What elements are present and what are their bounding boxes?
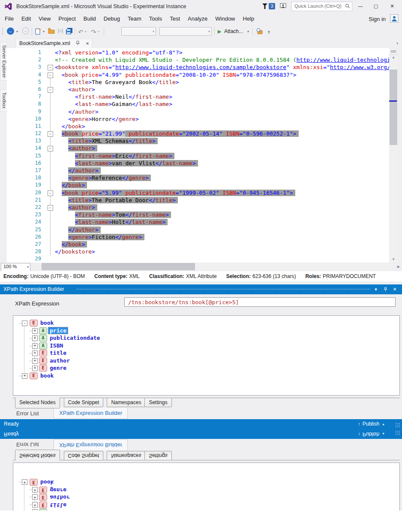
menu-help[interactable]: Help: [239, 13, 258, 24]
zoom-level-combobox[interactable]: 100 %▾: [1, 263, 30, 272]
tree-node-book[interactable]: -Ebook: [13, 320, 399, 327]
code-line-21[interactable]: 21 <title>The Portable Door</title>: [7, 196, 389, 204]
panel-close-icon[interactable]: ✕: [391, 286, 399, 293]
collapse-icon[interactable]: -: [48, 205, 53, 211]
collapse-icon[interactable]: -: [48, 131, 53, 137]
expand-icon[interactable]: +: [32, 358, 38, 364]
notifications-flag-icon[interactable]: [262, 3, 267, 9]
vertical-scrollbar-thumb[interactable]: [390, 70, 397, 145]
menu-file[interactable]: File: [1, 13, 18, 24]
dock-tab-xpath-expression-builder[interactable]: XPath Expression Builder: [54, 408, 128, 419]
code-line-10[interactable]: 10 <genre>Horror</genre>: [7, 115, 389, 123]
feedback-icon[interactable]: [280, 3, 287, 9]
expand-icon[interactable]: +: [32, 366, 38, 371]
menu-analyze[interactable]: Analyze: [184, 13, 211, 24]
toolbar-overflow-icon[interactable]: ▾_: [268, 30, 270, 33]
save-all-icon[interactable]: [66, 28, 73, 34]
configuration-combobox[interactable]: ▾: [121, 27, 156, 36]
scroll-down-icon[interactable]: ▼: [389, 257, 398, 263]
expand-icon[interactable]: +: [32, 343, 38, 349]
attach-play-icon[interactable]: ▶: [218, 29, 221, 34]
menu-tools[interactable]: Tools: [145, 13, 166, 24]
collapse-icon[interactable]: -: [22, 320, 27, 326]
tree-node-isbn-attr[interactable]: +AISBN: [13, 342, 399, 350]
xpath-results-tree[interactable]: -Ebook+Aprice+Apublicationdate+AISBN+Eti…: [13, 315, 400, 396]
tree-node-title[interactable]: +Etitle: [13, 350, 399, 357]
collapse-icon[interactable]: -: [48, 146, 53, 151]
tree-node-author[interactable]: +Eauthor: [13, 357, 399, 365]
code-line-13[interactable]: 13 <title>XML Schemas</title>: [7, 137, 389, 145]
menu-edit[interactable]: Edit: [18, 13, 35, 24]
expand-icon[interactable]: +: [32, 336, 38, 341]
menu-build[interactable]: Build: [80, 13, 100, 24]
tree-node-publicationdate-attr[interactable]: +Apublicationdate: [13, 335, 399, 342]
window-position-dropdown-icon[interactable]: ▾: [372, 286, 380, 293]
code-editor[interactable]: 1<?xml version="1.0" encoding="utf-8"?>2…: [7, 48, 389, 263]
horizontal-scrollbar[interactable]: [34, 263, 395, 271]
new-item-icon[interactable]: [35, 28, 42, 35]
side-tab-toolbox[interactable]: Toolbox: [0, 89, 7, 112]
code-line-23[interactable]: 23 <first-name>Tom</first-name>: [7, 211, 389, 218]
find-in-files-icon[interactable]: [256, 28, 263, 34]
navigate-back-button[interactable]: ←: [7, 27, 14, 35]
expand-icon[interactable]: +: [32, 328, 38, 334]
code-line-26[interactable]: 26 <genre>Fiction</genre>: [7, 233, 389, 241]
tab-selected-nodes[interactable]: Selected Nodes: [15, 398, 60, 408]
tree-node-genre[interactable]: +Egenre: [13, 365, 399, 372]
platform-combobox[interactable]: ▾: [159, 27, 212, 36]
code-line-9[interactable]: 9 </author>: [7, 108, 389, 115]
undo-dropdown[interactable]: ▾: [85, 30, 87, 33]
navigate-back-dropdown[interactable]: ▾: [16, 30, 18, 33]
toolbar-grip[interactable]: [2, 27, 3, 35]
code-line-22[interactable]: 22- <author>: [7, 204, 389, 211]
code-line-27[interactable]: 27 </book>: [7, 241, 389, 248]
redo-icon[interactable]: ↷: [91, 28, 96, 36]
attach-dropdown[interactable]: ▾: [247, 30, 249, 33]
code-line-8[interactable]: 8 <last-name>Gaiman</last-name>: [7, 100, 389, 108]
notifications-badge[interactable]: 3: [269, 3, 275, 9]
menu-window[interactable]: Window: [211, 13, 239, 24]
menu-team[interactable]: Team: [124, 13, 145, 24]
code-line-25[interactable]: 25 </author>: [7, 226, 389, 233]
splitter-handle-icon[interactable]: [389, 48, 398, 55]
tree-node-book[interactable]: +Ebook: [13, 372, 399, 380]
xpath-panel-title-bar[interactable]: XPath Expression Builder ▾ ✕: [0, 284, 402, 294]
code-line-28[interactable]: 28</bookstore>: [7, 248, 389, 255]
auto-hide-pin-icon[interactable]: [381, 286, 389, 293]
vertical-scrollbar[interactable]: ▲ ▼: [389, 48, 398, 263]
collapse-icon[interactable]: -: [48, 190, 53, 196]
menu-project[interactable]: Project: [54, 13, 79, 24]
code-line-11[interactable]: 11 </book>: [7, 123, 389, 130]
code-line-24[interactable]: 24 <last-name>Holt</last-name>: [7, 218, 389, 226]
minimize-button[interactable]: —: [353, 0, 368, 12]
code-line-18[interactable]: 18 <genre>Reference</genre>: [7, 174, 389, 181]
open-file-icon[interactable]: [48, 28, 55, 34]
code-line-15[interactable]: 15 <first-name>Eric</first-name>: [7, 152, 389, 160]
menu-view[interactable]: View: [35, 13, 54, 24]
code-line-3[interactable]: 3-<bookstore xmlns="http://www.liquid-te…: [7, 63, 389, 71]
pin-icon[interactable]: [76, 41, 80, 45]
close-button[interactable]: ✕: [385, 0, 399, 12]
code-line-17[interactable]: 17 </author>: [7, 167, 389, 174]
navigate-forward-button[interactable]: →: [22, 27, 29, 34]
menu-debug[interactable]: Debug: [100, 13, 124, 24]
scroll-right-icon[interactable]: ▶: [395, 263, 402, 271]
tree-node-price-attr[interactable]: +Aprice: [13, 327, 399, 335]
menu-test[interactable]: Test: [166, 13, 184, 24]
code-line-19[interactable]: 19 </book>: [7, 181, 389, 189]
redo-dropdown[interactable]: ▾: [98, 30, 99, 33]
horizontal-scrollbar-thumb[interactable]: [42, 263, 195, 270]
collapse-icon[interactable]: -: [48, 73, 53, 78]
code-line-6[interactable]: 6- <author>: [7, 86, 389, 93]
collapse-icon[interactable]: -: [48, 65, 53, 70]
document-tab[interactable]: BookStoreSample.xml ✕: [15, 39, 92, 48]
sign-in-link[interactable]: Sign in: [369, 16, 386, 22]
code-line-14[interactable]: 14- <author>: [7, 145, 389, 152]
code-line-16[interactable]: 16 <last-name>van der Vlist</last-name>: [7, 160, 389, 167]
xpath-expression-input[interactable]: /tns:bookstore/tns:book[@price>5]: [124, 297, 396, 307]
code-line-7[interactable]: 7 <first-name>Neil</first-name>: [7, 93, 389, 100]
tab-namespaces[interactable]: Namespaces: [107, 398, 145, 407]
expand-icon[interactable]: +: [32, 351, 38, 356]
maximize-button[interactable]: ▢: [369, 0, 383, 12]
account-avatar-icon[interactable]: [390, 14, 399, 23]
